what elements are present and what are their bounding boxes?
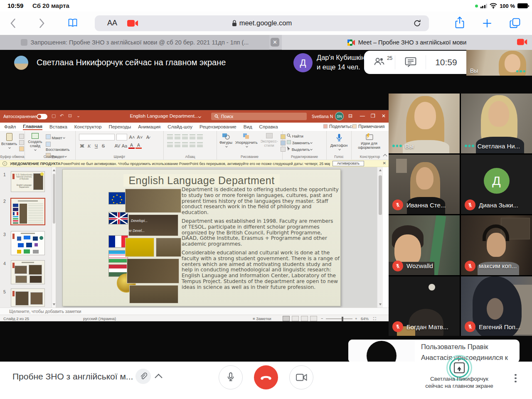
address-bar[interactable]: AA meet.google.com	[95, 15, 429, 31]
change-case-button[interactable]: Aa	[121, 143, 128, 148]
options-dots-icon[interactable]	[392, 145, 402, 147]
strikethrough-button[interactable]: S	[100, 143, 106, 148]
reading-view-button[interactable]	[301, 316, 308, 321]
align-right-button[interactable]	[182, 142, 188, 147]
share-button[interactable]	[455, 17, 465, 29]
slide-thumbnail-3[interactable]	[11, 231, 45, 255]
reload-button[interactable]	[413, 19, 421, 27]
save-icon[interactable]: ▢	[52, 113, 56, 118]
slideshow-button[interactable]	[310, 316, 317, 321]
notes-area[interactable]: Щелкните, чтобы добавить заметки	[0, 308, 389, 315]
close-window-button[interactable]: ✕	[382, 113, 386, 118]
slide-sorter-button[interactable]	[292, 316, 299, 321]
participant-tile[interactable]: максим коп...	[461, 215, 532, 275]
font-name-select[interactable]	[79, 134, 115, 140]
tab-calendar-invite[interactable]: Запрошення: Пробне ЗНО з англійської мов…	[0, 35, 269, 50]
chat-button[interactable]	[405, 57, 416, 68]
slide-scrollbar[interactable]	[377, 167, 383, 308]
line-spacing-button[interactable]	[197, 134, 203, 139]
indent-decrease-button[interactable]	[182, 134, 188, 139]
replace-button[interactable]: Заменить	[287, 140, 326, 145]
restore-button[interactable]: ❐	[371, 113, 375, 118]
bold-button[interactable]: Ж	[79, 143, 85, 148]
menu-help[interactable]: Справка	[259, 124, 278, 129]
zoom-level[interactable]: 64%	[361, 316, 369, 321]
zoom-slider-thumb[interactable]	[342, 317, 343, 321]
activate-button[interactable]: Активировать	[332, 161, 364, 166]
menu-animations[interactable]: Анимация	[138, 124, 160, 129]
attachment-button[interactable]	[135, 369, 151, 384]
quick-access-caret-icon[interactable]: ⌄	[76, 113, 80, 118]
tabs-button[interactable]	[510, 18, 520, 29]
layout-button[interactable]: Макет	[46, 134, 74, 140]
zoom-out-button[interactable]: −	[321, 316, 323, 321]
text-highlight-button[interactable]: A	[128, 143, 135, 149]
participant-tile[interactable]: Д Диана Зыки...	[461, 155, 532, 214]
menu-transitions[interactable]: Переходы	[108, 124, 131, 129]
language-indicator[interactable]: русский (Украина)	[83, 316, 116, 321]
participant-tile[interactable]: Иванна Сте...	[389, 155, 460, 214]
camera-button[interactable]	[289, 365, 313, 389]
bookmarks-icon[interactable]	[68, 18, 78, 28]
zoom-in-button[interactable]: +	[355, 316, 357, 321]
slide-thumbnail-5[interactable]	[11, 288, 45, 307]
align-left-button[interactable]	[167, 142, 173, 147]
thumbnails-scrollbar[interactable]	[52, 167, 56, 308]
indent-increase-button[interactable]	[190, 134, 195, 139]
format-painter-button[interactable]	[19, 146, 24, 151]
minimize-button[interactable]: —	[360, 113, 365, 118]
tab-meet-active[interactable]: Meet – Пробне ЗНО з англійської мови	[282, 35, 532, 50]
menu-review[interactable]: Рецензирование	[200, 124, 236, 129]
slide-2[interactable]: English Language Department Tempus	[62, 169, 341, 306]
expand-details-icon[interactable]	[155, 374, 162, 381]
char-spacing-button[interactable]: AV	[114, 143, 121, 148]
ribbon-display-icon[interactable]: ⊟	[348, 113, 352, 118]
undo-icon[interactable]: ↶	[60, 113, 64, 118]
font-color-button[interactable]: A	[135, 143, 142, 149]
shrink-font-button[interactable]: A˅	[137, 135, 143, 140]
bullets-button[interactable]	[167, 134, 173, 139]
arrange-button[interactable]: Упорядочить	[235, 133, 258, 152]
back-button[interactable]	[10, 18, 16, 28]
justify-button[interactable]	[190, 142, 195, 147]
slide-thumbnail-1[interactable]: V. O. Sukhomlynsky National University o…	[11, 171, 45, 192]
slideshow-icon[interactable]: ⊡	[68, 113, 72, 118]
copy-button[interactable]	[19, 140, 24, 145]
participant-tile[interactable]: Вы	[389, 94, 460, 153]
ppt-share-button[interactable]: Поделиться	[323, 124, 355, 129]
autosave-toggle[interactable]	[37, 114, 47, 119]
menu-design[interactable]: Конструктор	[74, 124, 102, 129]
notes-toggle-button[interactable]: ≡ Заметки	[253, 316, 271, 321]
participant-tile[interactable]: Богдан Матв...	[389, 276, 460, 336]
clear-format-button[interactable]: A̷	[145, 135, 151, 140]
mic-button[interactable]	[219, 365, 243, 389]
self-video-thumbnail[interactable]: Вы	[466, 50, 532, 76]
participant-tile[interactable]: Светлана Ни...	[461, 94, 532, 153]
menu-slideshow[interactable]: Слайд-шоу	[167, 124, 192, 129]
underline-button[interactable]: Ч	[93, 143, 99, 148]
participant-tile[interactable]: Евгений Поп...	[461, 276, 532, 336]
menu-insert[interactable]: Вставка	[49, 124, 67, 129]
reset-button[interactable]: Восстановить	[46, 142, 74, 152]
zoom-slider[interactable]	[326, 318, 352, 319]
new-tab-button[interactable]	[482, 18, 492, 28]
menu-file[interactable]: Файл	[4, 124, 16, 129]
title-caret-icon[interactable]	[198, 115, 201, 118]
participant-tile[interactable]: Wozwalld	[389, 215, 460, 275]
select-button[interactable]: Выделить	[287, 146, 326, 152]
font-size-select[interactable]	[116, 134, 127, 140]
fit-to-window-button[interactable]: ⛶	[373, 316, 376, 321]
shapes-button[interactable]: Фигуры	[219, 133, 232, 152]
find-button[interactable]: Найти	[287, 133, 326, 138]
slide-thumbnail-2-selected[interactable]	[10, 198, 45, 225]
italic-button[interactable]: К	[86, 143, 92, 148]
close-tab-button[interactable]: ✕	[271, 38, 279, 47]
align-center-button[interactable]	[175, 142, 180, 147]
numbering-button[interactable]	[175, 134, 180, 139]
ppt-search-box[interactable]: Поиск	[211, 113, 307, 120]
dismiss-notice-icon[interactable]: ✕	[383, 161, 386, 165]
dictate-button[interactable]: Диктофон	[327, 131, 351, 150]
menu-home[interactable]: Главная	[23, 124, 42, 130]
ppt-comments-button[interactable]: Примечания	[352, 124, 385, 129]
forward-button[interactable]	[39, 18, 45, 28]
